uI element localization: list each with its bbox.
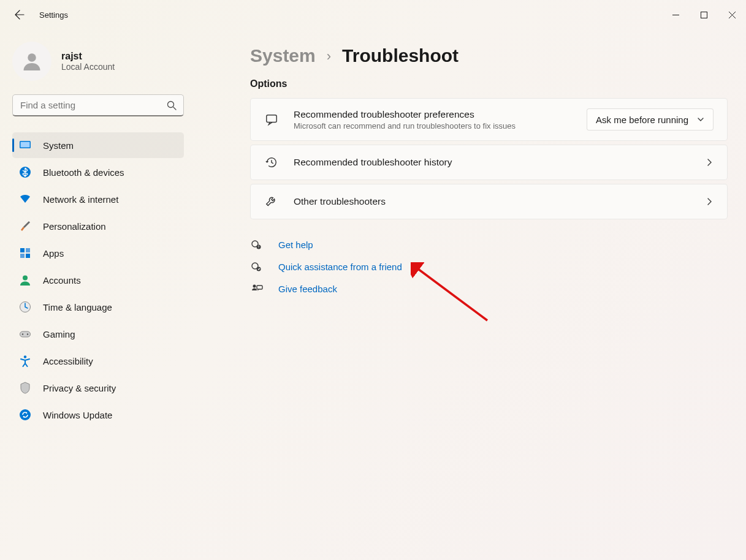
breadcrumb-parent[interactable]: System — [250, 45, 316, 66]
svg-point-13 — [22, 333, 23, 335]
breadcrumb: System › Troubleshoot — [250, 45, 728, 66]
message-icon — [264, 112, 279, 127]
history-card[interactable]: Recommended troubleshooter history — [250, 145, 728, 180]
history-body: Recommended troubleshooter history — [294, 157, 690, 168]
app-title: Settings — [39, 10, 68, 20]
get-help-link[interactable]: ? Get help — [250, 238, 728, 251]
quick-assist-label: Quick assistance from a friend — [278, 262, 402, 272]
sidebar-item-accounts[interactable]: Accounts — [12, 267, 184, 293]
svg-rect-17 — [267, 115, 277, 123]
chevron-right-icon: › — [327, 48, 331, 64]
accounts-icon — [18, 273, 32, 287]
feedback-label: Give feedback — [278, 284, 337, 294]
svg-point-15 — [24, 355, 26, 358]
quick-assist-link[interactable]: Quick assistance from a friend — [250, 260, 728, 273]
sidebar-item-system[interactable]: System — [12, 132, 184, 158]
preferences-subtitle: Microsoft can recommend and run troubles… — [294, 121, 551, 131]
clock-globe-icon — [18, 300, 32, 314]
person-icon — [21, 50, 43, 72]
sidebar-item-personalization[interactable]: Personalization — [12, 213, 184, 239]
back-button[interactable] — [7, 2, 32, 27]
quick-assist-icon — [250, 260, 264, 273]
sidebar-item-apps[interactable]: Apps — [12, 240, 184, 266]
sidebar-item-label: System — [43, 140, 74, 151]
svg-point-2 — [168, 102, 174, 108]
back-arrow-icon — [15, 10, 25, 20]
search-icon — [167, 100, 177, 110]
sidebar-item-time-language[interactable]: Time & language — [12, 294, 184, 320]
chevron-right-icon — [705, 197, 714, 206]
sidebar-item-accessibility[interactable]: Accessibility — [12, 348, 184, 374]
sidebar-nav: System Bluetooth & devices Network & int… — [12, 132, 184, 428]
svg-rect-6 — [20, 248, 25, 252]
window-controls — [661, 5, 746, 25]
accessibility-icon — [18, 354, 32, 368]
svg-text:?: ? — [258, 245, 260, 249]
minimize-icon — [672, 12, 679, 18]
dropdown-value: Ask me before running — [596, 115, 688, 125]
feedback-icon — [250, 282, 264, 295]
profile-account-type: Local Account — [61, 62, 115, 72]
other-title: Other troubleshooters — [294, 196, 690, 207]
help-links: ? Get help Quick assistance from a frien… — [250, 238, 728, 295]
sidebar-item-label: Accessibility — [43, 356, 93, 366]
minimize-button[interactable] — [661, 5, 690, 25]
sidebar-item-network[interactable]: Network & internet — [12, 186, 184, 212]
sidebar-item-label: Windows Update — [43, 410, 112, 420]
avatar — [12, 42, 51, 81]
svg-point-10 — [23, 276, 28, 281]
svg-rect-8 — [20, 254, 25, 258]
svg-rect-12 — [20, 331, 31, 337]
sidebar-item-label: Apps — [43, 248, 64, 259]
sidebar-item-bluetooth[interactable]: Bluetooth & devices — [12, 159, 184, 185]
titlebar: Settings — [0, 0, 746, 29]
svg-rect-4 — [21, 142, 30, 148]
other-troubleshooters-card[interactable]: Other troubleshooters — [250, 184, 728, 219]
titlebar-left: Settings — [7, 2, 68, 27]
profile-name: rajst — [61, 51, 115, 62]
sidebar-item-label: Personalization — [43, 221, 106, 232]
svg-rect-24 — [257, 286, 262, 289]
svg-point-14 — [27, 333, 28, 335]
close-icon — [729, 12, 736, 18]
sidebar-item-windows-update[interactable]: Windows Update — [12, 402, 184, 428]
profile-block[interactable]: rajst Local Account — [12, 42, 184, 81]
section-title: Options — [250, 78, 728, 89]
preferences-card: Recommended troubleshooter preferences M… — [250, 98, 728, 141]
sidebar-item-label: Time & language — [43, 302, 112, 312]
search-wrap — [12, 94, 184, 116]
svg-rect-9 — [26, 254, 30, 258]
preferences-dropdown[interactable]: Ask me before running — [587, 108, 714, 131]
maximize-button[interactable] — [690, 5, 718, 25]
sidebar-item-privacy[interactable]: Privacy & security — [12, 375, 184, 401]
bluetooth-icon — [18, 165, 32, 179]
apps-icon — [18, 246, 32, 260]
profile-text: rajst Local Account — [61, 51, 115, 72]
wrench-icon — [264, 194, 279, 209]
page-title: Troubleshoot — [342, 45, 459, 66]
sidebar-item-label: Network & internet — [43, 194, 118, 205]
brush-icon — [18, 219, 32, 233]
svg-point-16 — [20, 409, 31, 420]
sidebar-item-label: Accounts — [43, 275, 81, 286]
history-icon — [264, 155, 279, 170]
close-button[interactable] — [718, 5, 746, 25]
system-icon — [18, 138, 32, 152]
sidebar-item-label: Gaming — [43, 329, 75, 339]
help-headset-icon: ? — [250, 238, 264, 251]
feedback-link[interactable]: Give feedback — [250, 282, 728, 295]
main-content: System › Troubleshoot Options Recommende… — [190, 29, 746, 560]
history-title: Recommended troubleshooter history — [294, 157, 690, 168]
wifi-icon — [18, 192, 32, 206]
svg-rect-0 — [701, 12, 707, 18]
get-help-label: Get help — [278, 240, 313, 250]
chevron-right-icon — [705, 158, 714, 167]
search-input[interactable] — [12, 94, 184, 116]
other-body: Other troubleshooters — [294, 196, 690, 207]
svg-rect-7 — [26, 248, 30, 252]
preferences-body: Recommended troubleshooter preferences M… — [294, 109, 572, 131]
chevron-down-icon — [697, 116, 704, 123]
sidebar-item-gaming[interactable]: Gaming — [12, 321, 184, 347]
preferences-title: Recommended troubleshooter preferences — [294, 109, 572, 120]
sidebar: rajst Local Account System Bluetooth & d… — [0, 29, 190, 560]
